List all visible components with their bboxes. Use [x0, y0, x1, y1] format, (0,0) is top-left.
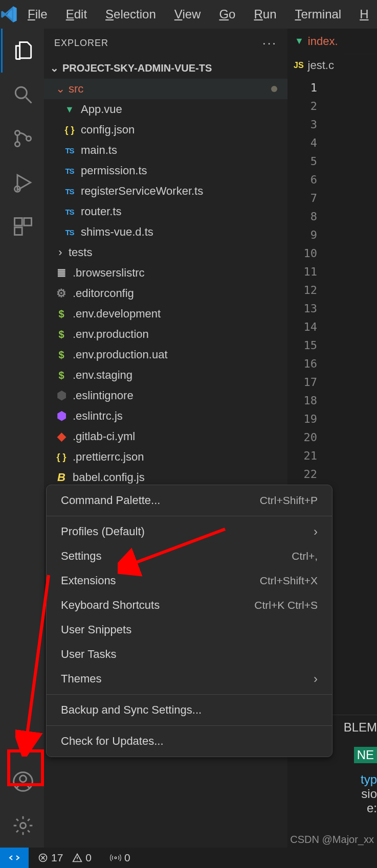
vue-icon: ▼ — [295, 36, 304, 47]
menu-h[interactable]: H — [350, 7, 377, 21]
menu-item-label: Themes — [61, 672, 101, 686]
file-item[interactable]: { }config.json — [44, 120, 287, 140]
file-item[interactable]: ≣.browserslistrc — [44, 263, 287, 283]
file-item[interactable]: TSregisterServiceWorker.ts — [44, 181, 287, 201]
file-item[interactable]: TSrouter.ts — [44, 201, 287, 222]
file-item[interactable]: ⬢.eslintignore — [44, 385, 287, 406]
line-number: 19 — [287, 410, 317, 428]
file-label: .env.staging — [73, 369, 132, 382]
breadcrumb[interactable]: JS jest.c — [287, 54, 377, 77]
menu-run[interactable]: Run — [245, 7, 285, 21]
line-number: 6 — [287, 171, 317, 189]
menu-view[interactable]: View — [165, 7, 210, 21]
status-ports-count: 0 — [124, 852, 130, 864]
status-ports[interactable]: 0 — [110, 852, 130, 864]
ts-icon: TS — [62, 146, 77, 155]
remote-button[interactable] — [0, 848, 29, 868]
menu-item-settings[interactable]: SettingsCtrl+, — [47, 544, 332, 568]
file-label: babel.config.js — [73, 471, 145, 484]
menu-item-check-for-updates[interactable]: Check for Updates... — [47, 729, 332, 753]
file-item[interactable]: TSpermission.ts — [44, 161, 287, 181]
menu-item-user-snippets[interactable]: User Snippets — [47, 618, 332, 642]
file-label: router.ts — [81, 205, 121, 218]
activity-search[interactable] — [1, 73, 45, 117]
status-errors[interactable]: 17 — [38, 852, 63, 864]
project-header[interactable]: ⌄ PROJECT-SKY-ADMIN-VUE-TS — [44, 57, 287, 79]
activity-debug[interactable] — [1, 161, 45, 204]
line-number: 22 — [287, 465, 317, 484]
line-number: 18 — [287, 392, 317, 410]
file-item[interactable]: ◆.gitlab-ci.yml — [44, 426, 287, 447]
manage-context-menu: Command Palette...Ctrl+Shift+PProfiles (… — [46, 485, 332, 757]
menu-file[interactable]: File — [18, 7, 57, 21]
file-item[interactable]: TSmain.ts — [44, 140, 287, 161]
shortcut-label: Ctrl+K Ctrl+S — [254, 599, 318, 611]
activity-bar — [0, 29, 44, 848]
line-number: 10 — [287, 244, 317, 263]
file-item[interactable]: ▼App.vue — [44, 99, 287, 120]
file-item[interactable]: ⬢.eslintrc.js — [44, 406, 287, 426]
menu-item-profiles-default[interactable]: Profiles (Default)› — [47, 519, 332, 544]
file-item[interactable]: $.env.production.uat — [44, 345, 287, 365]
file-label: .eslintignore — [73, 389, 134, 402]
vscode-logo — [0, 5, 18, 24]
shortcut-label: Ctrl+, — [292, 550, 318, 562]
chevron-right-icon: › — [314, 672, 318, 686]
line-number: 1 — [287, 79, 317, 97]
svg-rect-6 — [24, 218, 31, 226]
svg-point-2 — [15, 142, 19, 146]
activity-manage[interactable] — [1, 804, 45, 848]
menu-bar: FileEditSelectionViewGoRunTerminalH — [0, 0, 377, 29]
hex2-icon: ⬢ — [54, 389, 69, 402]
line-number: 11 — [287, 263, 317, 281]
menu-item-label: Backup and Sync Settings... — [61, 703, 202, 717]
status-warning-count: 0 — [85, 852, 92, 864]
menu-item-command-palette[interactable]: Command Palette...Ctrl+Shift+P — [47, 488, 332, 513]
watermark: CSDN @Major_xx — [290, 834, 374, 846]
menu-item-label: User Tasks — [61, 648, 116, 661]
menu-item-label: Keyboard Shortcuts — [61, 599, 160, 612]
menu-item-user-tasks[interactable]: User Tasks — [47, 642, 332, 667]
line-number: 15 — [287, 336, 317, 355]
status-error-count: 17 — [51, 852, 63, 864]
line-number: 16 — [287, 355, 317, 373]
hex-icon: ⬢ — [54, 409, 69, 423]
status-warnings[interactable]: 0 — [72, 852, 92, 864]
svg-point-12 — [115, 857, 117, 859]
menu-terminal[interactable]: Terminal — [285, 7, 350, 21]
env-icon: $ — [54, 349, 69, 361]
js-icon: JS — [294, 61, 304, 70]
menu-item-themes[interactable]: Themes› — [47, 667, 332, 691]
file-item[interactable]: $.env.development — [44, 304, 287, 324]
menu-item-backup-and-sync-settings[interactable]: Backup and Sync Settings... — [47, 698, 332, 722]
folder-tests[interactable]: › tests — [44, 242, 287, 263]
line-number: 5 — [287, 152, 317, 171]
chevron-right-icon: › — [314, 524, 318, 539]
file-label: registerServiceWorker.ts — [81, 185, 203, 198]
menu-edit[interactable]: Edit — [57, 7, 96, 21]
menu-separator — [47, 516, 332, 516]
file-item[interactable]: $.env.production — [44, 324, 287, 345]
folder-src[interactable]: ⌄ src — [44, 79, 287, 99]
tab-index[interactable]: ▼ index. — [287, 29, 345, 54]
file-item[interactable]: $.env.staging — [44, 365, 287, 385]
file-label: config.json — [81, 123, 135, 136]
menu-item-keyboard-shortcuts[interactable]: Keyboard ShortcutsCtrl+K Ctrl+S — [47, 593, 332, 618]
activity-extensions[interactable] — [1, 204, 45, 248]
line-number: 17 — [287, 373, 317, 392]
menu-separator — [47, 694, 332, 695]
file-item[interactable]: ⚙.editorconfig — [44, 283, 287, 304]
activity-explorer[interactable] — [1, 29, 45, 73]
file-item[interactable]: TSshims-vue.d.ts — [44, 222, 287, 242]
env-icon: $ — [54, 308, 69, 320]
menu-item-extensions[interactable]: ExtensionsCtrl+Shift+X — [47, 568, 332, 593]
menu-go[interactable]: Go — [210, 7, 245, 21]
activity-scm[interactable] — [1, 117, 45, 161]
line-number: 2 — [287, 97, 317, 116]
menu-selection[interactable]: Selection — [96, 7, 165, 21]
file-item[interactable]: { }.prettierrc.json — [44, 447, 287, 467]
chevron-right-icon: › — [54, 246, 66, 259]
json-icon: { } — [54, 452, 69, 463]
explorer-more-icon[interactable]: ··· — [262, 36, 277, 50]
line-gutter: 1234567891011121314151617181920212223 — [287, 77, 377, 502]
